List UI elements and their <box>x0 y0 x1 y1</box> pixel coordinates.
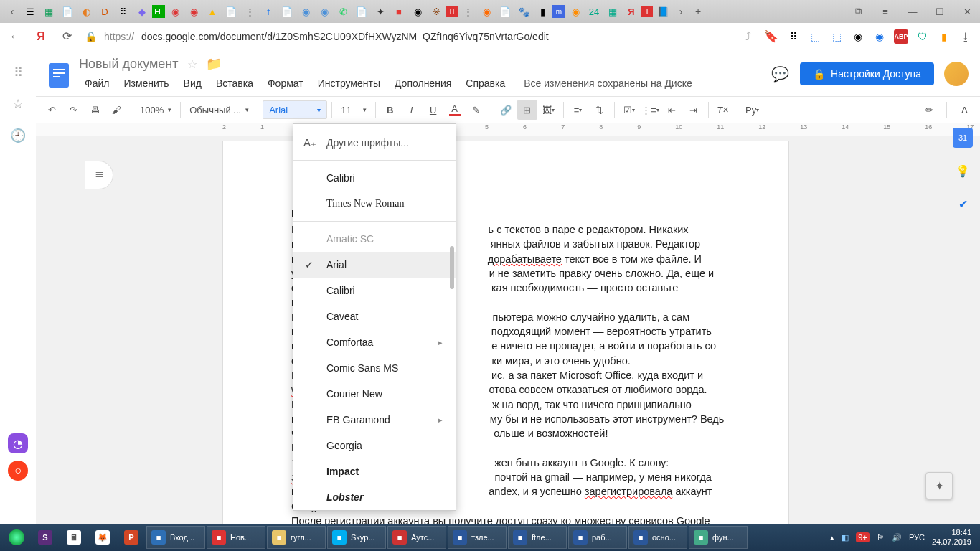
tab-icon[interactable]: ◉ <box>409 3 426 20</box>
link-icon[interactable]: 🔗 <box>496 100 516 120</box>
font-item[interactable]: Amatic SC <box>293 226 456 252</box>
tab-icon[interactable]: ✆ <box>334 3 352 20</box>
clear-format-icon[interactable]: T✕ <box>713 100 733 120</box>
bold-icon[interactable]: B <box>380 100 400 120</box>
scrollbar-thumb[interactable] <box>450 246 454 289</box>
zoom-dropdown[interactable]: 100%▾ <box>136 100 176 120</box>
taskbar-app[interactable]: ■ftле... <box>508 526 567 549</box>
folder-icon[interactable]: 📁 <box>206 56 222 72</box>
tab-icon[interactable]: 📄 <box>278 3 296 20</box>
tab-icon[interactable]: 📄 <box>496 3 514 20</box>
menu-tools[interactable]: Инструменты <box>312 76 386 90</box>
yandex-icon[interactable]: Я <box>33 29 49 44</box>
tabs-overview-icon[interactable]: ⧉ <box>849 3 867 20</box>
font-size-dropdown[interactable]: 11▾ <box>336 100 370 120</box>
menu-insert[interactable]: Вставка <box>210 76 259 90</box>
font-item[interactable]: Courier New <box>293 381 456 407</box>
line-spacing-icon[interactable]: ⇅ <box>590 100 610 120</box>
ext-icon[interactable]: ▮ <box>937 29 951 44</box>
taskbar-app[interactable]: ■гугл... <box>267 526 326 549</box>
downloads-icon[interactable]: ⭳ <box>958 29 973 44</box>
tray-lang[interactable]: РУС <box>909 533 925 542</box>
tab-icon[interactable]: ☰ <box>22 3 39 20</box>
task-pinned[interactable]: 🦊 <box>89 526 116 549</box>
task-pinned[interactable]: 🖩 <box>60 526 88 549</box>
explore-button[interactable]: ✦ <box>925 472 953 499</box>
yandex-home-icon[interactable]: ○ <box>8 461 28 481</box>
ext-icon[interactable]: ◉ <box>872 29 887 44</box>
tab-icon[interactable]: ⠿ <box>115 3 132 20</box>
tab-icon[interactable]: D <box>96 3 113 20</box>
tab-icon[interactable]: ◉ <box>185 3 202 20</box>
nav-reload-icon[interactable]: ⟳ <box>59 29 75 44</box>
tab-icon[interactable]: ⋮ <box>241 3 258 20</box>
paint-format-icon[interactable]: 🖌 <box>106 100 126 120</box>
font-item[interactable]: Calibri <box>293 278 456 303</box>
star-icon[interactable]: ☆ <box>187 57 197 71</box>
font-item[interactable]: Lora <box>293 510 456 511</box>
tab-icon[interactable]: 📄 <box>353 3 370 20</box>
side-star-icon[interactable]: ☆ <box>10 96 26 112</box>
tab-icon[interactable]: ◆ <box>133 3 151 20</box>
menu-help[interactable]: Справка <box>460 76 511 90</box>
tray-icon[interactable]: 🏳 <box>877 533 885 542</box>
font-dropdown[interactable]: Arial ▾ <box>263 100 327 119</box>
indent-icon[interactable]: ⇥ <box>684 100 704 120</box>
tab-icon[interactable]: ◉ <box>316 3 333 20</box>
style-dropdown[interactable]: Обычный ...▾ <box>185 100 253 120</box>
tab-icon[interactable]: m <box>552 5 565 18</box>
comment-insert-icon[interactable]: ⊞ <box>517 100 537 120</box>
tab-icon[interactable]: 24 <box>585 3 603 20</box>
tab-next-icon[interactable]: › <box>673 4 689 19</box>
underline-icon[interactable]: U <box>423 100 443 120</box>
tab-icon[interactable]: ⋮ <box>459 3 476 20</box>
tab-icon[interactable]: ✦ <box>372 3 389 20</box>
doc-title[interactable]: Новый документ <box>79 57 179 72</box>
tab-icon[interactable]: 🐾 <box>515 3 532 20</box>
font-item[interactable]: Comic Sans MS <box>293 355 456 381</box>
text-color-icon[interactable]: A <box>445 100 465 120</box>
start-button[interactable] <box>3 526 30 549</box>
redo-icon[interactable]: ↷ <box>63 100 83 120</box>
font-item[interactable]: Impact <box>293 458 456 484</box>
font-item[interactable]: ✓Arial <box>293 252 456 278</box>
font-item[interactable]: Comfortaa▸ <box>293 329 456 355</box>
tab-icon[interactable]: Я <box>623 3 640 20</box>
tab-icon[interactable]: FL <box>152 5 165 18</box>
tab-icon[interactable]: ▦ <box>604 3 621 20</box>
tasks-icon[interactable]: ✔ <box>953 194 973 214</box>
ruler[interactable]: 21123456789101112131415161718 <box>36 123 980 136</box>
tray-arrow-icon[interactable]: ▴ <box>830 533 834 542</box>
user-avatar[interactable] <box>944 62 969 86</box>
more-fonts-item[interactable]: Другие шрифты... <box>293 130 456 156</box>
collapse-toolbar-icon[interactable]: ᐱ <box>954 100 974 120</box>
tab-icon[interactable]: f <box>260 3 277 20</box>
tab-icon[interactable]: ◉ <box>567 3 584 20</box>
saved-status[interactable]: Все изменения сохранены на Диске <box>524 77 692 89</box>
ext-icon[interactable]: ⬚ <box>808 29 822 44</box>
taskbar-app[interactable]: ■фун... <box>689 526 748 549</box>
undo-icon[interactable]: ↶ <box>42 100 62 120</box>
tray-volume-icon[interactable]: 🔊 <box>892 533 902 542</box>
print-icon[interactable]: 🖶 <box>85 100 105 120</box>
task-pinned[interactable]: S <box>32 526 59 549</box>
tab-icon[interactable]: ▦ <box>40 3 57 20</box>
outline-toggle-icon[interactable]: ≣ <box>85 161 113 189</box>
browser-menu-icon[interactable]: ≡ <box>877 3 894 20</box>
font-item[interactable]: Caveat <box>293 303 456 329</box>
menu-edit[interactable]: Изменить <box>118 76 174 90</box>
share-button[interactable]: 🔒 Настройки Доступа <box>800 62 934 85</box>
comments-icon[interactable]: 💬 <box>770 64 790 84</box>
font-item[interactable]: EB Garamond▸ <box>293 407 456 433</box>
menu-addons[interactable]: Дополнения <box>389 76 457 90</box>
font-recent-item[interactable]: Calibri <box>293 165 456 191</box>
outdent-icon[interactable]: ⇤ <box>662 100 682 120</box>
taskbar-app[interactable]: ■раб... <box>568 526 627 549</box>
tab-icon[interactable]: H <box>446 6 458 17</box>
spellcheck-icon[interactable]: Ру▾ <box>743 100 763 120</box>
ext-icon[interactable]: ◉ <box>851 29 865 44</box>
ext-icon[interactable]: 🛡 <box>915 29 930 44</box>
side-history-icon[interactable]: 🕘 <box>10 128 26 143</box>
tab-icon[interactable]: ◐ <box>77 3 95 20</box>
task-pinned[interactable]: P <box>118 526 145 549</box>
